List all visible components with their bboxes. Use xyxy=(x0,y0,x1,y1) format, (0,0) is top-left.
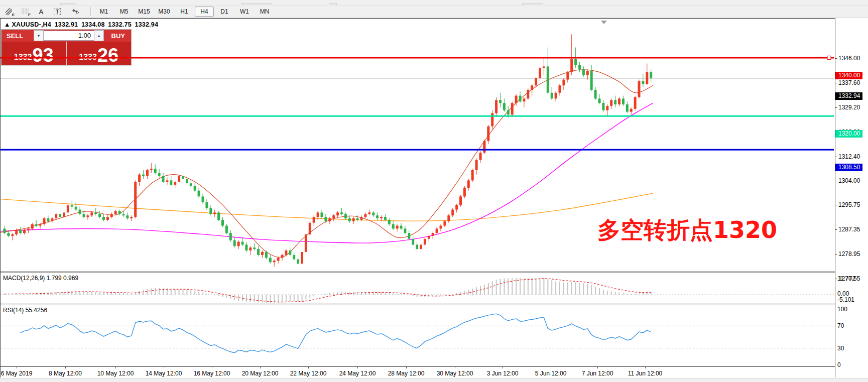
bottom-strip xyxy=(0,378,868,382)
upper-toolbar-remnant xyxy=(0,0,868,6)
line-studies-icon[interactable]: E xyxy=(2,6,16,17)
price-badge-1308.50: 1308.50 xyxy=(835,164,862,171)
time-tick-label: 5 Jun 12:00 xyxy=(535,370,567,377)
time-tick-label: 7 Jun 12:00 xyxy=(582,370,613,377)
rsi-axis-label: 70 xyxy=(837,323,844,329)
ma-slow-line xyxy=(1,193,653,221)
time-tick-label: 14 May 12:00 xyxy=(146,370,182,377)
chart-annotation[interactable]: 多空转折点1320 xyxy=(597,216,777,243)
time-tick-label: 22 May 12:00 xyxy=(290,370,327,377)
time-tick-mark xyxy=(260,367,261,368)
chart-shift-marker-icon[interactable] xyxy=(601,21,607,24)
rsi-axis-label: 100 xyxy=(837,306,847,313)
timeframe-buttons: M1M5M15M30H1H4D1W1MN xyxy=(94,7,275,17)
macd-caption: MACD(12,26,9) 1.799 0.969 xyxy=(3,275,78,282)
time-tick-label: 20 May 12:00 xyxy=(242,370,279,377)
rsi-panel-canvas[interactable] xyxy=(1,305,835,366)
time-tick-label: 10 May 12:00 xyxy=(97,370,134,377)
timeframe-button-MN[interactable]: MN xyxy=(255,7,274,17)
macd-axis-label: -5.101 xyxy=(837,297,854,303)
toolbar-separator xyxy=(90,7,91,16)
panel-border xyxy=(0,366,835,367)
timeframe-button-M15[interactable]: M15 xyxy=(135,7,154,17)
rsi-axis-label: 30 xyxy=(837,345,844,352)
time-tick-mark xyxy=(65,367,66,368)
time-tick-mark xyxy=(115,367,116,368)
panel-border xyxy=(0,272,835,272)
toolbar: E F A T ▼ M1M5M15M30H1H4D1W1MN xyxy=(0,6,868,18)
time-tick-label: 28 May 12:00 xyxy=(388,370,425,377)
rsi-axis-label: 0 xyxy=(837,362,841,368)
price-tick-label: 1337.60 xyxy=(838,80,860,86)
timeframe-button-H4[interactable]: H4 xyxy=(195,7,214,17)
panel-border xyxy=(0,304,835,304)
time-tick-mark xyxy=(357,367,358,368)
time-tick-mark xyxy=(551,367,551,368)
rsi-name: RSI(14) xyxy=(3,307,24,314)
time-tick-label: 8 May 12:00 xyxy=(49,370,82,377)
timeframe-button-H1[interactable]: H1 xyxy=(175,7,194,17)
price-tick-label: 1329.20 xyxy=(838,104,860,111)
price-chart-canvas[interactable]: 多空转折点1320 xyxy=(1,19,835,272)
chart-window[interactable]: ▲XAUUSD-,H4 1332.91 1334.08 1332.75 1332… xyxy=(0,18,868,378)
price-tick-label: 1278.95 xyxy=(838,251,860,258)
time-tick-mark xyxy=(645,367,646,368)
time-tick-label: 6 May 2019 xyxy=(1,370,33,377)
time-tick-label: 24 May 12:00 xyxy=(339,370,376,377)
timeframe-button-D1[interactable]: D1 xyxy=(215,7,234,17)
price-tick-label: 1312.40 xyxy=(838,154,860,160)
price-tick-label: 1304.00 xyxy=(838,178,860,184)
text-icon[interactable]: A xyxy=(34,6,48,17)
time-tick-mark xyxy=(308,367,309,368)
timeframe-button-M30[interactable]: M30 xyxy=(155,7,174,17)
ma-mid-line xyxy=(1,103,653,243)
macd-name: MACD(12,26,9) xyxy=(3,275,45,282)
text-label-glyph: T xyxy=(54,8,61,15)
time-tick-label: 16 May 12:00 xyxy=(194,370,230,377)
time-tick-mark xyxy=(17,367,17,368)
macd-axis-label: 11.772 xyxy=(837,276,855,282)
text-label-icon[interactable]: T xyxy=(50,6,64,17)
time-tick-mark xyxy=(164,367,164,368)
macd-signal-line xyxy=(5,279,651,302)
time-tick-mark xyxy=(406,367,407,368)
icon-subscript: F xyxy=(28,13,31,17)
hline-handle[interactable] xyxy=(827,56,831,59)
time-tick-mark xyxy=(212,367,212,368)
macd-values: 1.799 0.969 xyxy=(47,275,78,282)
time-tick-mark xyxy=(455,367,455,368)
timeframe-button-M1[interactable]: M1 xyxy=(94,7,113,17)
price-tick-label: 1346.00 xyxy=(838,55,860,62)
price-tick-label: 1287.35 xyxy=(838,226,860,233)
macd-histogram xyxy=(5,278,651,303)
price-badge-1340.00: 1340.00 xyxy=(835,72,862,79)
text-icon-glyph: A xyxy=(39,8,43,16)
time-tick-label: 30 May 12:00 xyxy=(437,370,473,377)
price-badge-1320.00: 1320.00 xyxy=(835,130,862,138)
rsi-value: 55.4256 xyxy=(26,307,47,314)
fibonacci-icon[interactable]: F xyxy=(18,6,32,17)
objects-arrows-icon[interactable]: ▼ xyxy=(66,6,85,17)
rsi-line xyxy=(21,314,651,353)
time-tick-mark xyxy=(503,367,503,368)
rsi-caption: RSI(14) 55.4256 xyxy=(3,307,47,314)
timeframe-button-M5[interactable]: M5 xyxy=(114,7,134,17)
icon-subscript: E xyxy=(12,13,15,17)
time-tick-label: 3 Jun 12:00 xyxy=(487,370,519,377)
macd-panel-canvas[interactable] xyxy=(1,273,835,304)
price-tick-label: 1295.75 xyxy=(838,202,860,208)
time-tick-label: 11 Jun 12:00 xyxy=(628,370,663,377)
price-badge-1332.94: 1332.94 xyxy=(835,92,862,100)
timeframe-button-W1[interactable]: W1 xyxy=(235,7,254,17)
time-tick-mark xyxy=(597,367,598,368)
